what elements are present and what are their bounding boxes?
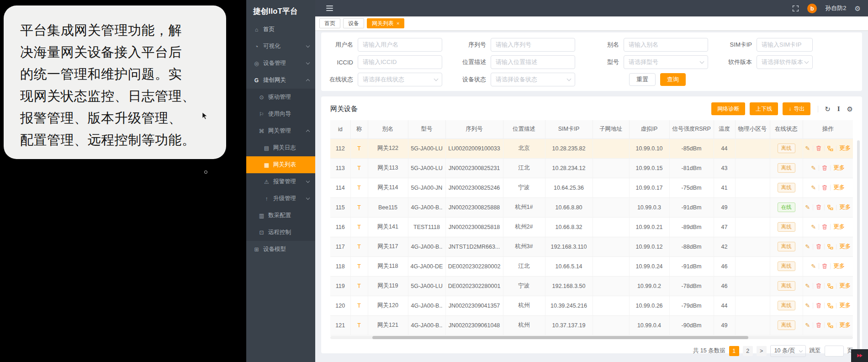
- username[interactable]: 孙自防2: [825, 4, 846, 12]
- horizontal-scrollbar[interactable]: [330, 336, 853, 339]
- topology-icon[interactable]: [825, 323, 836, 328]
- gateway-name-link[interactable]: T: [357, 322, 361, 329]
- gateway-name-link[interactable]: T: [357, 224, 361, 230]
- next-page-button[interactable]: >: [757, 346, 767, 356]
- delete-icon[interactable]: [813, 204, 825, 210]
- edit-icon[interactable]: ✎: [811, 224, 816, 230]
- gateway-name-link[interactable]: T: [357, 165, 361, 171]
- table-row-114[interactable]: 114T网关1145G-JA00-JNJN00202300825246宁波10.…: [330, 178, 853, 197]
- gateway-name-link[interactable]: T: [357, 283, 361, 289]
- delete-icon[interactable]: [819, 185, 831, 191]
- reset-button[interactable]: 重置: [629, 73, 656, 86]
- edit-icon[interactable]: ✎: [811, 185, 816, 191]
- delete-icon[interactable]: [813, 283, 825, 289]
- sidebar-item-device-management[interactable]: ◎设备管理: [246, 55, 315, 72]
- page-size-select[interactable]: 10 条/页: [770, 345, 806, 357]
- sidebar-item-data-collection-config[interactable]: ▥数采配置: [246, 207, 315, 224]
- more-link[interactable]: 更多: [833, 165, 845, 171]
- filter-select[interactable]: 请选择设备状态: [491, 73, 575, 86]
- delete-icon[interactable]: [819, 224, 831, 230]
- filter-input[interactable]: 请输入序列号: [491, 38, 575, 52]
- more-link[interactable]: 更多: [839, 322, 851, 328]
- table-row-117[interactable]: 117T网关1174G-JA00-B..JNTST1D2MR663...杭州3#…: [330, 237, 853, 256]
- edit-icon[interactable]: ✎: [805, 145, 810, 151]
- sidebar-item-gateway-log[interactable]: ▤网关日志: [246, 139, 315, 156]
- filter-input[interactable]: 请输入用户名: [358, 38, 442, 52]
- delete-icon[interactable]: [819, 165, 831, 171]
- more-link[interactable]: 更多: [839, 145, 851, 151]
- table-row-113[interactable]: 113T网关1135G-JA00-LUJN00202300825231江北10.…: [330, 158, 853, 178]
- table-row-115[interactable]: 115TBee1154G-JA00-B..JN00202300825888杭州1…: [330, 197, 853, 217]
- vertical-scrollbar[interactable]: [857, 140, 860, 355]
- tab-设备[interactable]: 设备: [343, 18, 364, 28]
- sidebar-item-home[interactable]: ⌂首页: [246, 21, 315, 38]
- tab-网关列表[interactable]: 网关列表×: [367, 18, 404, 28]
- sidebar-item-alarm-management[interactable]: ⚠报警管理: [246, 173, 315, 190]
- fullscreen-icon[interactable]: [792, 5, 799, 12]
- gateway-name-link[interactable]: T: [357, 185, 361, 191]
- edit-icon[interactable]: ✎: [805, 303, 810, 309]
- table-row-120[interactable]: 120T网关1204G-JA00-B..JN00202309041357杭州10…: [330, 296, 853, 315]
- sidebar-item-device-model[interactable]: ⊞设备模型: [246, 241, 315, 258]
- filter-input[interactable]: 请输入别名: [624, 38, 708, 52]
- row-height-icon[interactable]: I: [837, 106, 840, 112]
- delete-icon[interactable]: [819, 263, 831, 269]
- topology-icon[interactable]: [825, 244, 836, 250]
- gateway-name-link[interactable]: T: [357, 244, 361, 250]
- menu-collapse-icon[interactable]: [326, 5, 333, 11]
- filter-input[interactable]: 请输入ICCID: [358, 55, 442, 69]
- edit-icon[interactable]: ✎: [811, 165, 816, 171]
- delete-icon[interactable]: [813, 322, 825, 328]
- sidebar-item-usage-guide[interactable]: ⚐使用向导: [246, 106, 315, 122]
- more-link[interactable]: 更多: [839, 204, 851, 210]
- tab-close-icon[interactable]: ×: [397, 21, 399, 26]
- table-row-118[interactable]: 118T网关1184G-JA00-DEDE00202302280002江北10.…: [330, 256, 853, 276]
- more-link[interactable]: 更多: [839, 283, 851, 289]
- table-row-119[interactable]: 119T网关1195G-JA00-LUDE00202302280001宁波192…: [330, 276, 853, 296]
- more-link[interactable]: 更多: [839, 244, 851, 250]
- sidebar-item-remote-control[interactable]: ⊡远程控制: [246, 224, 315, 241]
- sidebar-item-gateway-management[interactable]: ⌘网关管理: [246, 122, 315, 139]
- filter-input[interactable]: 请输入SIM卡IP: [757, 38, 813, 52]
- gateway-name-link[interactable]: T: [357, 204, 361, 211]
- gateway-name-link[interactable]: T: [357, 263, 361, 270]
- online-offline-button[interactable]: 上下线: [750, 102, 778, 115]
- export-button[interactable]: ↓ 导出: [783, 102, 810, 115]
- topology-icon[interactable]: [825, 303, 836, 309]
- filter-input[interactable]: 请输入位置描述: [491, 55, 575, 69]
- table-row-121[interactable]: 121T网关1214G-JA00-B..JN00202309061048杭州10…: [330, 315, 853, 335]
- jump-page-input[interactable]: [825, 346, 844, 357]
- table-row-116[interactable]: 116T网关141TEST1118JN00202300825818杭州2#10.…: [330, 217, 853, 237]
- edit-icon[interactable]: ✎: [811, 263, 816, 269]
- corner-widget[interactable]: [851, 349, 868, 362]
- search-button[interactable]: 查询: [660, 73, 686, 86]
- edit-icon[interactable]: ✎: [805, 283, 810, 289]
- filter-select[interactable]: 请选择型号: [624, 55, 708, 69]
- topology-icon[interactable]: [825, 205, 836, 210]
- more-link[interactable]: 更多: [833, 263, 845, 269]
- topology-icon[interactable]: [825, 146, 836, 151]
- topology-icon[interactable]: [825, 283, 836, 289]
- settings-gear-icon[interactable]: ⚙: [855, 5, 861, 12]
- network-diagnosis-button[interactable]: 网络诊断: [711, 102, 745, 115]
- more-link[interactable]: 更多: [833, 185, 845, 191]
- user-avatar[interactable]: b: [807, 4, 817, 13]
- edit-icon[interactable]: ✎: [805, 204, 810, 210]
- sidebar-item-driver-management[interactable]: ⊙驱动管理: [246, 89, 315, 106]
- more-link[interactable]: 更多: [839, 303, 851, 309]
- delete-icon[interactable]: [813, 244, 825, 250]
- refresh-icon[interactable]: ↻: [825, 106, 831, 112]
- filter-select[interactable]: 请选择在线状态: [358, 73, 442, 86]
- delete-icon[interactable]: [813, 145, 825, 151]
- filter-select[interactable]: 请选择软件版本: [757, 55, 813, 69]
- column-settings-gear-icon[interactable]: ⚙: [847, 106, 853, 112]
- sidebar-item-visualization[interactable]: ◔可视化: [246, 38, 315, 55]
- more-link[interactable]: 更多: [833, 224, 845, 230]
- sidebar-item-jiechuang-gateway[interactable]: G捷创网关: [246, 72, 315, 89]
- gateway-name-link[interactable]: T: [357, 303, 361, 309]
- table-row-112[interactable]: 112T网关1225G-JA00-LULU00202009100033北京10.…: [330, 138, 853, 158]
- page-button-2[interactable]: 2: [743, 346, 753, 356]
- delete-icon[interactable]: [813, 303, 825, 309]
- gateway-name-link[interactable]: T: [357, 145, 361, 152]
- horizontal-scrollbar-thumb[interactable]: [372, 336, 749, 339]
